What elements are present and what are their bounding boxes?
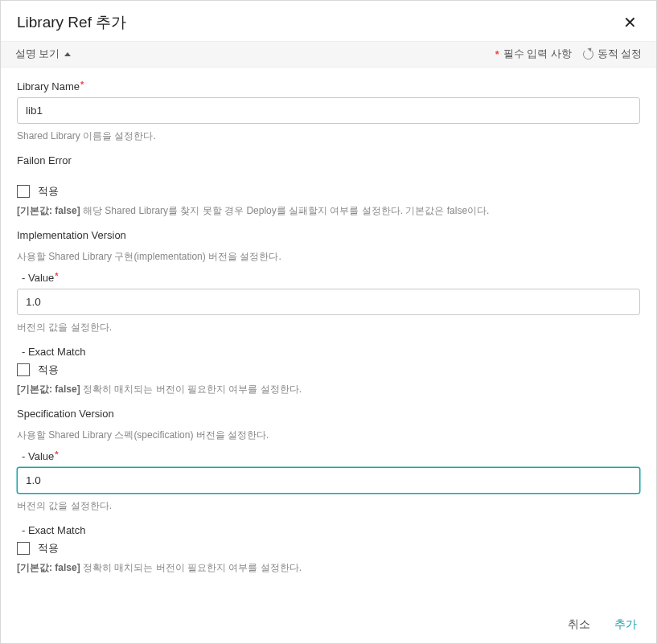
fail-on-error-apply-label: 적용 <box>38 184 59 199</box>
impl-value-help: 버전의 값을 설정한다. <box>17 320 640 334</box>
fail-on-error-help-body: 해당 Shared Library를 찾지 못할 경우 Deploy를 실패할지… <box>83 205 489 216</box>
asterisk-icon: * <box>55 271 58 281</box>
fail-on-error-title: Failon Error <box>17 154 640 166</box>
toggle-description-label: 설명 보기 <box>15 47 60 61</box>
impl-exact-match-checkbox-row: 적용 <box>17 363 640 377</box>
spec-exact-match-checkbox-row: 적용 <box>17 541 640 556</box>
legend-dynamic: 동적 설정 <box>583 47 642 61</box>
library-name-input[interactable] <box>17 97 640 124</box>
impl-value-label: - Value* <box>22 272 640 284</box>
spec-exact-match-apply-label: 적용 <box>38 541 59 556</box>
impl-exact-match-help-prefix: [기본값: false] <box>17 384 83 395</box>
spec-exact-match-help-prefix: [기본값: false] <box>17 562 83 573</box>
impl-exact-match-label: - Exact Match <box>22 346 640 358</box>
fail-on-error-help: [기본값: false] 해당 Shared Library를 찾지 못할 경우… <box>17 203 640 218</box>
impl-version-desc: 사용할 Shared Library 구현(implementation) 버전… <box>17 249 640 264</box>
legend-required: * 필수 입력 사항 <box>495 47 572 61</box>
spec-value-input[interactable] <box>17 467 640 494</box>
asterisk-icon: * <box>495 49 499 60</box>
toolbar-legend: * 필수 입력 사항 동적 설정 <box>495 47 642 61</box>
cancel-button[interactable]: 취소 <box>568 617 590 632</box>
impl-exact-match-help-body: 정확히 매치되는 버전이 필요한지 여부를 설정한다. <box>83 384 302 395</box>
fail-on-error-checkbox-row: 적용 <box>17 184 640 199</box>
impl-exact-match-help: [기본값: false] 정확히 매치되는 버전이 필요한지 여부를 설정한다. <box>17 382 640 396</box>
dialog: Library Ref 추가 ✕ 설명 보기 * 필수 입력 사항 동적 설정 … <box>0 0 657 644</box>
impl-exact-match-apply-label: 적용 <box>38 363 59 377</box>
dialog-footer: 취소 추가 <box>1 605 656 643</box>
impl-version-title: Implementation Version <box>17 229 640 241</box>
dialog-header: Library Ref 추가 ✕ <box>1 1 656 41</box>
submit-button[interactable]: 추가 <box>614 617 637 632</box>
dialog-content: Library Name* Shared Library 이름을 설정한다. F… <box>1 68 656 605</box>
fail-on-error-help-prefix: [기본값: false] <box>17 205 83 216</box>
impl-value-input[interactable] <box>17 289 640 315</box>
spec-value-label-text: - Value <box>22 450 54 462</box>
impl-exact-match-checkbox[interactable] <box>17 363 30 376</box>
spec-value-label: - Value* <box>22 450 640 462</box>
spec-value-help: 버전의 값을 설정한다. <box>17 498 640 513</box>
fail-on-error-checkbox[interactable] <box>17 185 30 198</box>
spec-exact-match-label: - Exact Match <box>22 524 640 536</box>
refresh-icon <box>583 49 593 59</box>
spec-exact-match-checkbox[interactable] <box>17 542 30 555</box>
asterisk-icon: * <box>80 80 84 89</box>
spec-exact-match-help-body: 정확히 매치되는 버전이 필요한지 여부를 설정한다. <box>83 562 302 573</box>
impl-value-label-text: - Value <box>22 272 54 284</box>
spec-version-title: Specification Version <box>17 408 640 420</box>
library-name-label: Library Name* <box>17 80 640 92</box>
library-name-help: Shared Library 이름을 설정한다. <box>17 129 640 143</box>
library-name-label-text: Library Name <box>17 80 80 92</box>
spec-exact-match-help: [기본값: false] 정확히 매치되는 버전이 필요한지 여부를 설정한다. <box>17 560 640 575</box>
asterisk-icon: * <box>55 449 58 459</box>
toggle-description-button[interactable]: 설명 보기 <box>15 47 71 61</box>
dialog-title: Library Ref 추가 <box>17 12 126 33</box>
legend-required-label: 필수 입력 사항 <box>503 47 572 61</box>
close-icon[interactable]: ✕ <box>620 13 640 32</box>
legend-dynamic-label: 동적 설정 <box>597 47 642 61</box>
caret-up-icon <box>64 52 71 56</box>
toolbar: 설명 보기 * 필수 입력 사항 동적 설정 <box>1 41 656 68</box>
spec-version-desc: 사용할 Shared Library 스펙(specification) 버전을… <box>17 428 640 442</box>
